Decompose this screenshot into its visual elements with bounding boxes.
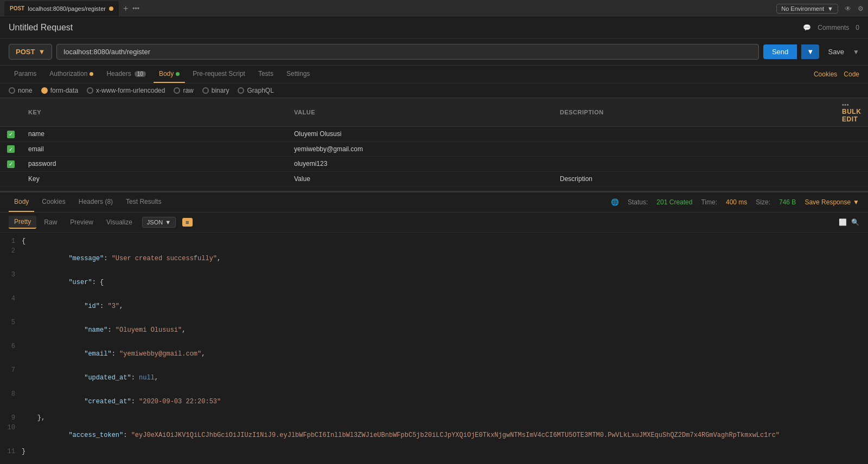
chevron-down-icon: ▼ <box>827 5 833 12</box>
radio-none-label: none <box>18 87 33 94</box>
url-bar: POST ▼ Send ▼ Save ▼ <box>0 38 868 66</box>
placeholder-value[interactable]: Value <box>288 171 553 186</box>
radio-urlencoded[interactable]: x-www-form-urlencoded <box>87 87 165 94</box>
send-button[interactable]: Send <box>763 44 797 59</box>
more-tabs-icon[interactable]: ••• <box>132 5 139 12</box>
res-tab-test-results[interactable]: Test Results <box>120 192 167 212</box>
code-link[interactable]: Code <box>844 70 859 78</box>
environment-select[interactable]: No Environment ▼ <box>776 4 838 14</box>
row2-value[interactable]: yemiwebby@gmail.com <box>288 141 553 157</box>
row1-actions <box>835 127 868 142</box>
status-value: 201 Created <box>656 198 692 206</box>
radio-none[interactable]: none <box>9 87 33 94</box>
radio-form-data[interactable]: form-data <box>41 87 78 94</box>
tab-body-label: Body <box>159 70 174 78</box>
save-response-button[interactable]: Save Response ▼ <box>805 198 859 206</box>
code-area: 1 { 2 "message": "User created successfu… <box>0 233 868 461</box>
search-icon[interactable]: 🔍 <box>851 218 859 226</box>
radio-binary[interactable]: binary <box>202 87 229 94</box>
tab-settings[interactable]: Settings <box>281 66 315 83</box>
line-content-11: } <box>22 448 868 455</box>
row1-value[interactable]: Oluyemi Olususi <box>288 127 553 142</box>
row2-description[interactable] <box>553 141 835 157</box>
method-chevron: ▼ <box>38 48 45 56</box>
format-raw[interactable]: Raw <box>39 216 62 228</box>
row1-description[interactable] <box>553 127 835 142</box>
line-num-11: 11 <box>0 448 22 455</box>
placeholder-description[interactable]: Description <box>553 171 835 186</box>
radio-binary-circle <box>202 87 209 94</box>
tab-tests[interactable]: Tests <box>253 66 279 83</box>
code-line-4: 4 "id": "3", <box>0 294 868 318</box>
cookies-link[interactable]: Cookies <box>814 70 837 78</box>
tab-headers[interactable]: Headers 10 <box>101 66 151 83</box>
placeholder-actions <box>835 171 868 186</box>
new-tab-icon[interactable]: + <box>123 4 128 14</box>
radio-raw-circle <box>174 87 180 94</box>
tab-authorization[interactable]: Authorization <box>44 66 99 83</box>
response-toolbar: Pretty Raw Preview Visualize JSON ▼ ≡ ⬜ … <box>0 212 868 233</box>
res-tab-cookies[interactable]: Cookies <box>36 192 71 212</box>
eye-icon[interactable]: 👁 <box>845 5 851 12</box>
row3-key[interactable]: password <box>22 157 288 172</box>
placeholder-key[interactable]: Key <box>22 171 288 186</box>
format-pretty[interactable]: Pretty <box>9 216 36 229</box>
tab-pre-request-label: Pre-request Script <box>193 70 245 78</box>
headers-count: 10 <box>135 71 146 77</box>
radio-graphql-circle <box>238 87 244 94</box>
env-label: No Environment <box>781 5 824 12</box>
row1-check[interactable] <box>0 127 22 142</box>
code-line-1: 1 { <box>0 237 868 247</box>
format-visualize[interactable]: Visualize <box>101 216 138 228</box>
radio-graphql[interactable]: GraphQL <box>238 87 273 94</box>
checkbox-password[interactable] <box>7 160 15 168</box>
row3-check[interactable] <box>0 157 22 172</box>
row3-value[interactable]: oluyemi123 <box>288 157 553 172</box>
tab-url: localhost:8080/pages/register <box>28 5 106 12</box>
copy-icon[interactable]: ⬜ <box>839 218 847 226</box>
json-select[interactable]: JSON ▼ <box>142 217 176 228</box>
url-input[interactable] <box>56 44 759 60</box>
checkbox-name[interactable] <box>7 131 15 138</box>
res-tab-body[interactable]: Body <box>9 192 34 212</box>
save-button[interactable]: Save <box>824 44 848 59</box>
comments-label[interactable]: Comments <box>818 24 849 31</box>
tab-params[interactable]: Params <box>9 66 42 83</box>
format-raw-label: Raw <box>44 218 57 226</box>
comments-icon: 💬 <box>803 24 811 31</box>
bulk-edit-button[interactable]: Bulk Edit <box>842 108 861 123</box>
res-tab-headers-label: Headers (8) <box>79 198 113 205</box>
res-tab-cookies-label: Cookies <box>42 198 65 205</box>
radio-raw[interactable]: raw <box>174 87 193 94</box>
placeholder-check <box>0 171 22 186</box>
more-options-icon[interactable]: ••• <box>842 101 849 108</box>
line-num-10: 10 <box>0 424 22 431</box>
line-num-6: 6 <box>0 343 22 350</box>
method-select[interactable]: POST ▼ <box>9 44 52 60</box>
line-num-5: 5 <box>0 319 22 326</box>
col-actions: ••• Bulk Edit <box>835 98 868 127</box>
save-chevron[interactable]: ▼ <box>853 48 859 56</box>
row3-description[interactable] <box>553 157 835 172</box>
request-tab[interactable]: POST localhost:8080/pages/register <box>4 1 119 16</box>
wrap-button[interactable]: ≡ <box>182 218 192 227</box>
code-line-2: 2 "message": "User created successfully"… <box>0 247 868 270</box>
line-content-9: }, <box>22 414 868 422</box>
title-bar-actions: 💬 Comments 0 <box>803 24 859 31</box>
row1-key[interactable]: name <box>22 127 288 142</box>
params-table: KEY VALUE DESCRIPTION ••• Bulk Edit name… <box>0 98 868 186</box>
gear-icon[interactable]: ⚙ <box>858 5 864 12</box>
line-content-5: "name": "Oluyemi Olususi", <box>22 319 868 341</box>
tab-pre-request[interactable]: Pre-request Script <box>187 66 251 83</box>
format-preview[interactable]: Preview <box>65 216 99 228</box>
checkbox-email[interactable] <box>7 145 15 153</box>
row2-key[interactable]: email <box>22 141 288 157</box>
radio-urlencoded-circle <box>87 87 93 94</box>
row2-check[interactable] <box>0 141 22 157</box>
send-dropdown-button[interactable]: ▼ <box>801 44 819 59</box>
response-section: Body Cookies Headers (8) Test Results 🌐 … <box>0 191 868 461</box>
radio-graphql-label: GraphQL <box>247 87 273 94</box>
table-row: email yemiwebby@gmail.com <box>0 141 868 157</box>
res-tab-headers[interactable]: Headers (8) <box>73 192 118 212</box>
tab-body[interactable]: Body <box>154 66 185 83</box>
